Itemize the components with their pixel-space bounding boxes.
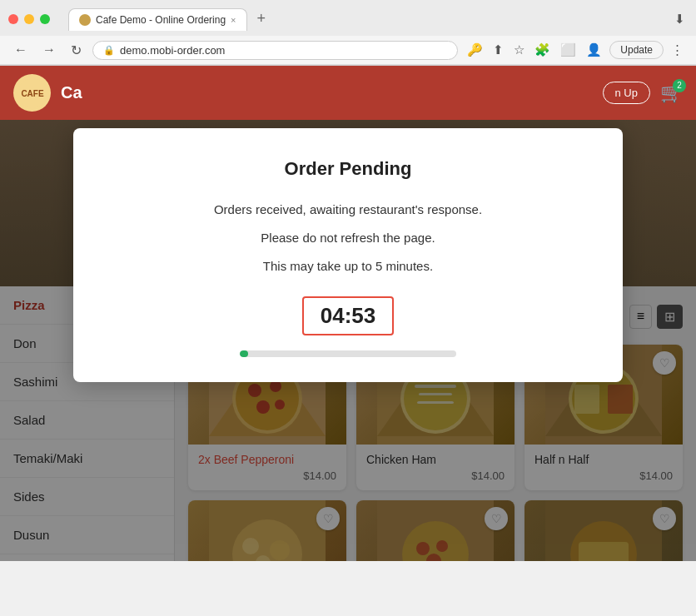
menu-button[interactable]: ⋮ <box>669 40 686 60</box>
new-tab-button[interactable]: + <box>251 7 273 31</box>
tab-favicon <box>79 14 91 26</box>
restore-down-button[interactable]: ⬇ <box>672 9 688 29</box>
browser-actions: 🔑 ⬆ ☆ 🧩 ⬜ 👤 Update ⋮ <box>465 40 686 60</box>
countdown-timer: 04:53 <box>302 296 395 335</box>
title-bar: Cafe Demo - Online Ordering × + ⬇ <box>0 0 696 36</box>
reload-button[interactable]: ↻ <box>67 41 86 60</box>
back-button[interactable]: ← <box>10 41 32 59</box>
update-button[interactable]: Update <box>609 41 664 59</box>
extensions-icon[interactable]: 🧩 <box>532 40 553 60</box>
window-buttons <box>8 14 50 24</box>
app-container: CAFE Ca n Up 🛒 2 <box>0 66 696 561</box>
modal-title: Order Pending <box>107 158 589 180</box>
tab-bar: Cafe Demo - Online Ordering × + <box>60 7 281 31</box>
order-pending-modal: Order Pending Orders received, awaiting … <box>73 128 623 382</box>
browser-chrome: Cafe Demo - Online Ordering × + ⬇ ← → ↻ … <box>0 0 696 66</box>
progress-bar-container <box>240 350 456 357</box>
header-actions: n Up 🛒 2 <box>603 82 683 104</box>
maximize-window-button[interactable] <box>40 14 50 24</box>
active-tab[interactable]: Cafe Demo - Online Ordering × <box>68 8 247 31</box>
sign-up-button[interactable]: n Up <box>603 82 650 104</box>
address-bar[interactable]: 🔒 demo.mobi-order.com <box>92 41 458 60</box>
svg-text:CAFE: CAFE <box>21 89 44 98</box>
modal-overlay: Order Pending Orders received, awaiting … <box>0 120 696 561</box>
profile-icon[interactable]: 👤 <box>584 40 604 60</box>
close-window-button[interactable] <box>8 14 18 24</box>
lock-icon: 🔒 <box>103 45 115 56</box>
modal-line2: Please do not refresh the page. <box>107 228 589 248</box>
url-text: demo.mobi-order.com <box>120 44 447 57</box>
desktop-icon[interactable]: ⬜ <box>558 40 579 60</box>
main-content: Pizza Don Sashimi Salad Temaki/Maki Side… <box>0 120 696 561</box>
forward-button[interactable]: → <box>38 41 60 59</box>
app-header: CAFE Ca n Up 🛒 2 <box>0 66 696 120</box>
minimize-window-button[interactable] <box>24 14 34 24</box>
cart-button[interactable]: 🛒 2 <box>660 82 683 104</box>
share-icon[interactable]: ⬆ <box>490 40 506 60</box>
tab-title: Cafe Demo - Online Ordering <box>96 14 226 26</box>
progress-bar <box>240 350 248 357</box>
modal-line3: This may take up to 5 minutes. <box>107 256 589 276</box>
bookmark-icon[interactable]: ☆ <box>511 40 527 60</box>
app-logo: CAFE <box>13 74 51 112</box>
address-bar-row: ← → ↻ 🔒 demo.mobi-order.com 🔑 ⬆ ☆ 🧩 ⬜ 👤 … <box>0 36 696 65</box>
key-icon[interactable]: 🔑 <box>465 40 485 60</box>
tab-close-button[interactable]: × <box>231 15 236 25</box>
modal-line1: Orders received, awaiting restaurant's r… <box>107 200 589 220</box>
header-title: Ca <box>61 83 593 102</box>
cart-badge: 2 <box>673 79 686 92</box>
